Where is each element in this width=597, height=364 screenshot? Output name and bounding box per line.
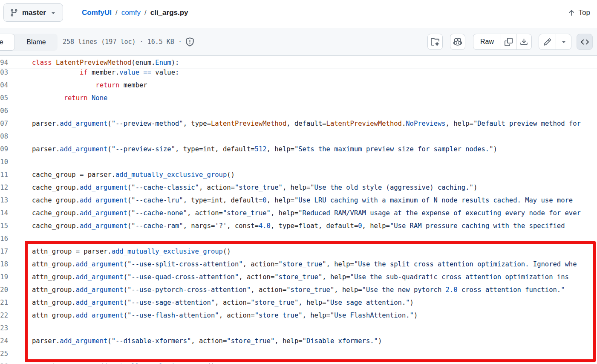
breadcrumb: ComfyUI / comfy / cli_args.py <box>82 0 188 26</box>
code-line: 219attn_group.add_argument("--use-quad-c… <box>0 271 597 283</box>
code-line: 218attn_group.add_argument("--use-split-… <box>0 258 597 271</box>
line-number[interactable]: 204 <box>0 79 8 92</box>
raw-copy-download-group: Raw <box>473 34 532 50</box>
line-number[interactable]: 219 <box>0 271 8 283</box>
code-line: 205 return None <box>0 92 597 104</box>
copy-icon <box>505 38 513 46</box>
code-line: 204 return member <box>0 79 597 92</box>
code-line: 217attn_group = parser.add_mutually_excl… <box>0 245 597 258</box>
code-line: 209parser.add_argument("--preview-size",… <box>0 143 597 156</box>
code-line: 207parser.add_argument("--preview-method… <box>0 117 597 130</box>
git-branch-icon <box>10 9 18 17</box>
raw-button[interactable]: Raw <box>473 34 501 49</box>
breadcrumb-repo-link[interactable]: ComfyUI <box>82 9 112 17</box>
code-line: 213cache_group.add_argument("--cache-lru… <box>0 194 597 207</box>
code-line: 214cache_group.add_argument("--cache-non… <box>0 207 597 220</box>
line-number[interactable]: 194 <box>0 56 8 69</box>
chevron-down-icon <box>560 38 567 45</box>
code-line: 224parser.add_argument("--disable-xforme… <box>0 335 597 347</box>
folder-sparkle-icon <box>431 38 439 46</box>
breadcrumb-separator: / <box>144 9 147 17</box>
edit-file-button[interactable] <box>539 34 556 49</box>
code-line-text: class LatentPreviewMethod(enum.Enum): <box>32 56 179 69</box>
line-number[interactable]: 222 <box>0 309 8 322</box>
line-number[interactable]: 217 <box>0 245 8 258</box>
line-number[interactable]: 208 <box>0 130 8 143</box>
code-line-text: attn_group = parser.add_mutually_exclusi… <box>32 245 231 258</box>
code-line: 216 <box>0 232 597 245</box>
arrow-up-icon <box>568 9 575 17</box>
shield-alert-icon[interactable] <box>185 38 194 46</box>
top-bar: master ComfyUI / comfy / cli_args.py Top <box>0 0 597 27</box>
code-line-text: cache_group.add_argument("--cache-ram", … <box>32 220 565 232</box>
code-line: 211cache_group = parser.add_mutually_exc… <box>0 168 597 181</box>
code-line-text: return member <box>32 79 147 92</box>
file-info: 258 lines (197 loc) · 16.5 KB · <box>63 28 194 56</box>
code-line-text: attn_group.add_argument("--use-quad-cros… <box>32 271 569 283</box>
breadcrumb-file-name: cli_args.py <box>150 9 188 17</box>
line-number[interactable]: 215 <box>0 220 8 232</box>
code-line: 208 <box>0 130 597 143</box>
line-number[interactable]: 210 <box>0 156 8 168</box>
code-line: 226upcast = parser.add_mutually_exclusiv… <box>0 360 597 364</box>
line-number[interactable]: 216 <box>0 232 8 245</box>
chevron-down-icon <box>50 9 57 16</box>
code-line-text: attn_group.add_argument("--use-split-cro… <box>32 258 577 271</box>
code-line: 212cache_group.add_argument("--cache-cla… <box>0 181 597 194</box>
code-view: 203 if member.value == value:204 return … <box>0 56 597 364</box>
copilot-button[interactable] <box>450 34 465 50</box>
code-line-text: cache_group.add_argument("--cache-lru", … <box>32 194 573 207</box>
code-line: 210 <box>0 156 597 168</box>
code-symbols-icon <box>581 38 589 46</box>
branch-selector-button[interactable]: master <box>3 3 63 22</box>
breadcrumb-dir-link[interactable]: comfy <box>121 9 141 17</box>
code-line-text: cache_group.add_argument("--cache-none",… <box>32 207 581 220</box>
line-number[interactable]: 212 <box>0 181 8 194</box>
edit-options-dropdown[interactable] <box>556 34 571 49</box>
line-number[interactable]: 225 <box>0 347 8 360</box>
copy-raw-button[interactable] <box>501 34 516 49</box>
sticky-symbol-line[interactable]: 194 class LatentPreviewMethod(enum.Enum)… <box>0 56 597 69</box>
code-line-text: attn_group.add_argument("--use-sage-atte… <box>32 296 414 309</box>
download-icon <box>520 38 528 46</box>
line-number[interactable]: 214 <box>0 207 8 220</box>
line-number[interactable]: 205 <box>0 92 8 104</box>
copilot-icon <box>453 38 462 46</box>
line-number[interactable]: 213 <box>0 194 8 207</box>
code-line: 221attn_group.add_argument("--use-sage-a… <box>0 296 597 309</box>
code-line-text: parser.add_argument("--preview-method", … <box>32 117 581 130</box>
line-number[interactable]: 223 <box>0 322 8 335</box>
code-line: 225 <box>0 347 597 360</box>
scroll-to-top-link[interactable]: Top <box>568 0 590 26</box>
tab-blame[interactable]: Blame <box>16 34 56 51</box>
pencil-icon <box>543 38 551 46</box>
line-number[interactable]: 209 <box>0 143 8 156</box>
code-line-text: return None <box>32 92 107 104</box>
code-line-text: attn_group.add_argument("--use-pytorch-c… <box>32 283 565 296</box>
line-number[interactable]: 220 <box>0 283 8 296</box>
open-workspace-button[interactable] <box>427 34 443 50</box>
line-number[interactable]: 224 <box>0 335 8 347</box>
file-info-text: 258 lines (197 loc) · 16.5 KB · <box>63 38 182 46</box>
download-raw-button[interactable] <box>516 34 531 49</box>
line-number[interactable]: 221 <box>0 296 8 309</box>
edit-button-group <box>539 34 571 50</box>
line-number[interactable]: 207 <box>0 117 8 130</box>
line-number[interactable]: 211 <box>0 168 8 181</box>
code-line-text: cache_group = parser.add_mutually_exclus… <box>32 168 235 181</box>
code-line-text: parser.add_argument("--preview-size", ty… <box>32 143 497 156</box>
code-line-text: upcast = parser.add_mutually_exclusive_g… <box>32 360 215 364</box>
file-header: Code Blame 258 lines (197 loc) · 16.5 KB… <box>0 28 597 56</box>
code-line: 215cache_group.add_argument("--cache-ram… <box>0 220 597 232</box>
line-number[interactable]: 218 <box>0 258 8 271</box>
code-line: 223 <box>0 322 597 335</box>
raw-button-label: Raw <box>473 38 501 46</box>
tab-code[interactable]: Code <box>0 34 15 51</box>
breadcrumb-separator: / <box>115 9 118 17</box>
line-number[interactable]: 226 <box>0 360 8 364</box>
symbols-panel-button[interactable] <box>577 34 593 50</box>
line-number[interactable]: 206 <box>0 104 8 117</box>
code-line-text: cache_group.add_argument("--cache-classi… <box>32 181 477 194</box>
branch-name: master <box>22 9 46 17</box>
code-line-text: parser.add_argument("--disable-xformers"… <box>32 335 382 347</box>
